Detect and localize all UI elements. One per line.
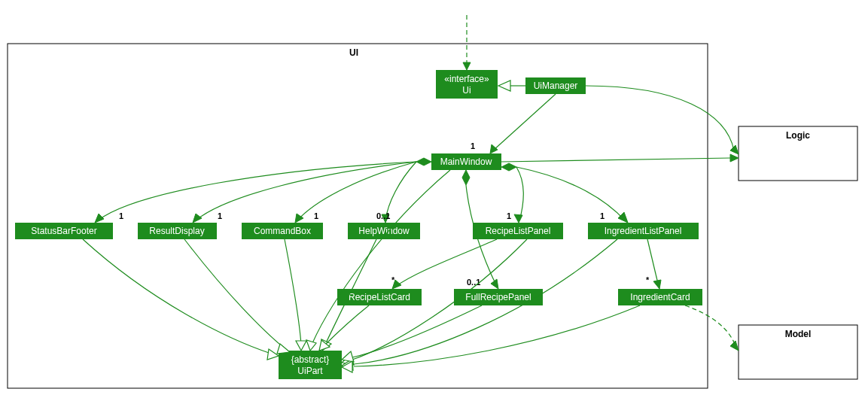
multiplicity-recipelistpanel: 1	[507, 211, 511, 220]
class-ingredientcard-name: IngredientCard	[630, 292, 690, 302]
stereotype-interface: «interface»	[444, 74, 489, 84]
class-ui-name: Ui	[462, 85, 471, 96]
multiplicity-mainwindow: 1	[471, 141, 475, 150]
multiplicity-fullrecipepanel: 0..1	[467, 278, 480, 287]
class-uipart-name: UiPart	[297, 366, 323, 376]
class-uipart: {abstract} UiPart	[279, 351, 342, 379]
multiplicity-recipelistcard: *	[391, 275, 395, 284]
multiplicity-ingredientcard: *	[646, 275, 650, 284]
multiplicity-commandbox: 1	[314, 211, 318, 220]
class-uimanager: UiManager	[525, 77, 586, 94]
class-resultdisplay-name: ResultDisplay	[149, 226, 204, 236]
class-recipelistpanel: RecipeListPanel	[473, 223, 563, 239]
class-commandbox-name: CommandBox	[254, 226, 311, 236]
class-recipelistcard-name: RecipeListCard	[349, 292, 410, 302]
class-ui-interface: «interface» Ui	[436, 70, 498, 99]
arrowhead-icon	[730, 145, 739, 154]
class-statusbarfooter: StatusBarFooter	[15, 223, 113, 239]
class-recipelistcard: RecipeListCard	[337, 289, 422, 305]
class-commandbox: CommandBox	[242, 223, 323, 239]
stereotype-abstract: {abstract}	[291, 354, 330, 365]
package-logic-title: Logic	[786, 130, 810, 141]
arrowhead-icon	[730, 341, 739, 351]
class-ingredientlistpanel-name: IngredientListPanel	[605, 226, 682, 236]
class-ingredientlistpanel: IngredientListPanel	[588, 223, 699, 239]
class-uimanager-name: UiManager	[534, 81, 578, 91]
multiplicity-resultdisplay: 1	[218, 211, 222, 220]
class-ingredientcard: IngredientCard	[618, 289, 702, 305]
class-mainwindow-name: MainWindow	[440, 156, 492, 167]
class-resultdisplay: ResultDisplay	[138, 223, 217, 239]
multiplicity-statusbarfooter: 1	[119, 211, 123, 220]
class-statusbarfooter-name: StatusBarFooter	[31, 226, 96, 236]
multiplicity-helpwindow: 0..1	[376, 211, 390, 220]
class-mainwindow: MainWindow	[431, 153, 501, 170]
class-fullrecipepanel-name: FullRecipePanel	[465, 292, 531, 302]
package-ui-title: UI	[349, 47, 358, 58]
class-helpwindow-name: HelpWindow	[358, 226, 410, 236]
package-model-title: Model	[785, 329, 812, 339]
class-recipelistpanel-name: RecipeListPanel	[486, 226, 551, 236]
class-fullrecipepanel: FullRecipePanel	[454, 289, 543, 305]
arrowhead-icon	[730, 154, 739, 162]
multiplicity-ingredientlistpanel: 1	[600, 211, 605, 220]
